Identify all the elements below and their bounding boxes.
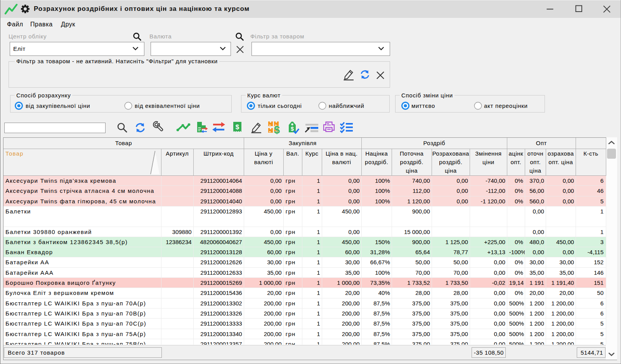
svg-text:$: $	[274, 124, 280, 134]
svg-text:$: $	[236, 123, 239, 131]
svg-text:$: $	[291, 126, 294, 132]
